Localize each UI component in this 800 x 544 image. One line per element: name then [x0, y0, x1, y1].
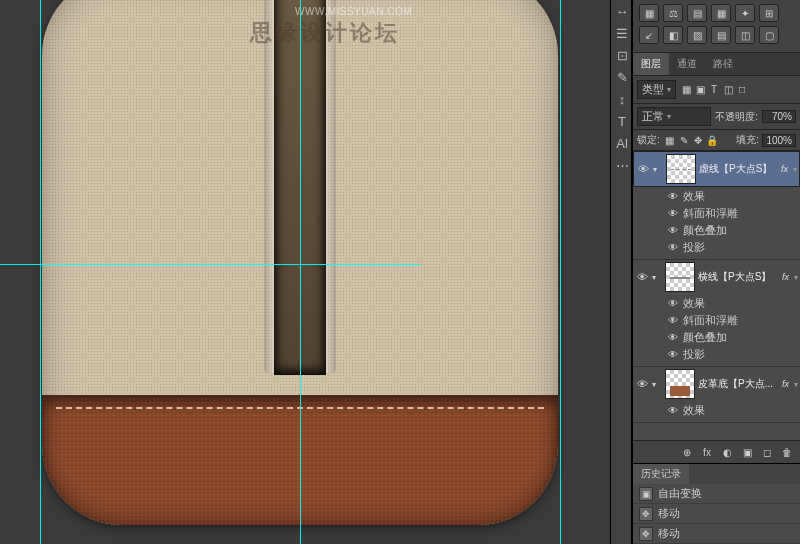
- history-item[interactable]: ✥移动: [633, 504, 800, 524]
- effect-label: 斜面和浮雕: [683, 313, 738, 328]
- effect-item[interactable]: 👁效果: [667, 295, 800, 312]
- effect-item[interactable]: 👁颜色叠加: [667, 222, 800, 239]
- effect-item[interactable]: 👁效果: [667, 188, 800, 205]
- effect-item[interactable]: 👁投影: [667, 239, 800, 256]
- option-icon[interactable]: ✦: [735, 4, 755, 22]
- expand-arrow-icon[interactable]: ▾: [652, 380, 662, 389]
- fx-chevron-icon[interactable]: ▾: [794, 273, 798, 282]
- panel-footer-button[interactable]: ◐: [718, 444, 736, 460]
- guide-horizontal[interactable]: [0, 264, 420, 265]
- layer-item[interactable]: 👁▾虚线【P大点S】fx▾👁效果👁斜面和浮雕👁颜色叠加👁投影: [633, 151, 800, 260]
- options-bar: ▦⚖▤▦✦⊞ ↙◧▨▤◫▢: [633, 0, 800, 53]
- tool-icon[interactable]: Al: [611, 132, 633, 154]
- panel-footer-button[interactable]: fx: [698, 444, 716, 460]
- effect-eye-icon[interactable]: 👁: [667, 315, 679, 327]
- fx-chevron-icon[interactable]: ▾: [793, 165, 797, 174]
- lock-icon[interactable]: ▦: [663, 133, 677, 147]
- tool-icon[interactable]: ⋯: [611, 154, 633, 176]
- visibility-eye-icon[interactable]: 👁: [635, 270, 649, 284]
- fx-badge[interactable]: fx: [781, 164, 788, 174]
- layer-name[interactable]: 横线【P大点S】: [698, 270, 779, 284]
- fill-value[interactable]: 100%: [762, 134, 796, 147]
- layer-type-row: 类型 ▾ ▦▣T◫□: [633, 76, 800, 104]
- panel-footer-button[interactable]: ▣: [738, 444, 756, 460]
- effect-eye-icon[interactable]: 👁: [667, 208, 679, 220]
- effect-label: 效果: [683, 296, 705, 311]
- effect-item[interactable]: 👁斜面和浮雕: [667, 312, 800, 329]
- panel-footer-button[interactable]: ◻: [758, 444, 776, 460]
- effect-eye-icon[interactable]: 👁: [667, 332, 679, 344]
- panel-footer-button[interactable]: ⊕: [678, 444, 696, 460]
- history-item[interactable]: ✥移动: [633, 524, 800, 544]
- effect-label: 效果: [683, 403, 705, 418]
- opacity-value[interactable]: 70%: [762, 110, 796, 123]
- option-icon[interactable]: ◧: [663, 26, 683, 44]
- option-icon[interactable]: ⊞: [759, 4, 779, 22]
- panel-tab[interactable]: 通道: [669, 53, 705, 75]
- tool-icon[interactable]: ↕: [611, 88, 633, 110]
- effect-eye-icon[interactable]: 👁: [667, 405, 679, 417]
- tool-icon[interactable]: ☰: [611, 22, 633, 44]
- option-icon[interactable]: ▤: [711, 26, 731, 44]
- history-panel: 历史记录 ▣自由变换✥移动✥移动: [633, 463, 800, 544]
- lock-icon[interactable]: 🔒: [705, 133, 719, 147]
- tool-icon[interactable]: ✎: [611, 66, 633, 88]
- layer-name[interactable]: 皮革底【P大点...: [698, 377, 779, 391]
- filter-type-icon[interactable]: ◫: [721, 83, 735, 97]
- option-icon[interactable]: ▦: [639, 4, 659, 22]
- history-list[interactable]: ▣自由变换✥移动✥移动: [633, 484, 800, 544]
- layer-thumbnail[interactable]: [665, 369, 695, 399]
- expand-arrow-icon[interactable]: ▾: [652, 273, 662, 282]
- fx-chevron-icon[interactable]: ▾: [794, 380, 798, 389]
- canvas-area[interactable]: 思缘设计论坛 WWW.MISSYUAN.COM: [0, 0, 610, 544]
- layer-item[interactable]: 👁▾皮革底【P大点...fx▾👁效果: [633, 367, 800, 423]
- filter-type-icon[interactable]: T: [707, 83, 721, 97]
- blend-mode-value: 正常: [642, 109, 664, 124]
- effect-eye-icon[interactable]: 👁: [667, 191, 679, 203]
- panel-tab[interactable]: 图层: [633, 53, 669, 75]
- effect-item[interactable]: 👁斜面和浮雕: [667, 205, 800, 222]
- tool-icon[interactable]: ⊡: [611, 44, 633, 66]
- option-icon[interactable]: ▦: [711, 4, 731, 22]
- fx-badge[interactable]: fx: [782, 379, 789, 389]
- option-icon[interactable]: ▢: [759, 26, 779, 44]
- filter-type-icon[interactable]: □: [735, 83, 749, 97]
- history-step-label: 自由变换: [658, 486, 702, 501]
- filter-type-select[interactable]: 类型 ▾: [637, 80, 676, 99]
- effect-eye-icon[interactable]: 👁: [667, 349, 679, 361]
- history-tab[interactable]: 历史记录: [633, 464, 689, 484]
- guide-vertical[interactable]: [40, 0, 41, 544]
- layer-thumbnail[interactable]: [665, 262, 695, 292]
- expand-arrow-icon[interactable]: ▾: [653, 165, 663, 174]
- layer-item[interactable]: 👁▾横线【P大点S】fx▾👁效果👁斜面和浮雕👁颜色叠加👁投影: [633, 260, 800, 367]
- lock-icon[interactable]: ✥: [691, 133, 705, 147]
- effect-eye-icon[interactable]: 👁: [667, 225, 679, 237]
- panel-footer-button[interactable]: 🗑: [778, 444, 796, 460]
- visibility-eye-icon[interactable]: 👁: [635, 377, 649, 391]
- visibility-eye-icon[interactable]: 👁: [636, 162, 650, 176]
- tool-icon[interactable]: T: [611, 110, 633, 132]
- effect-item[interactable]: 👁效果: [667, 402, 800, 419]
- option-icon[interactable]: ◫: [735, 26, 755, 44]
- layer-name[interactable]: 虚线【P大点S】: [699, 162, 778, 176]
- guide-vertical[interactable]: [300, 0, 301, 544]
- history-item[interactable]: ▣自由变换: [633, 484, 800, 504]
- guide-vertical[interactable]: [560, 0, 561, 544]
- effect-item[interactable]: 👁颜色叠加: [667, 329, 800, 346]
- lock-icon[interactable]: ✎: [677, 133, 691, 147]
- panel-tab[interactable]: 路径: [705, 53, 741, 75]
- blend-mode-select[interactable]: 正常 ▾: [637, 107, 711, 126]
- layers-list[interactable]: 👁▾虚线【P大点S】fx▾👁效果👁斜面和浮雕👁颜色叠加👁投影👁▾横线【P大点S】…: [633, 151, 800, 440]
- effect-eye-icon[interactable]: 👁: [667, 298, 679, 310]
- fx-badge[interactable]: fx: [782, 272, 789, 282]
- effect-eye-icon[interactable]: 👁: [667, 242, 679, 254]
- tool-icon[interactable]: ↔: [611, 0, 633, 22]
- option-icon[interactable]: ▨: [687, 26, 707, 44]
- option-icon[interactable]: ▤: [687, 4, 707, 22]
- filter-type-icon[interactable]: ▣: [693, 83, 707, 97]
- layer-thumbnail[interactable]: [666, 154, 696, 184]
- option-icon[interactable]: ⚖: [663, 4, 683, 22]
- filter-type-icon[interactable]: ▦: [679, 83, 693, 97]
- effect-item[interactable]: 👁投影: [667, 346, 800, 363]
- option-icon[interactable]: ↙: [639, 26, 659, 44]
